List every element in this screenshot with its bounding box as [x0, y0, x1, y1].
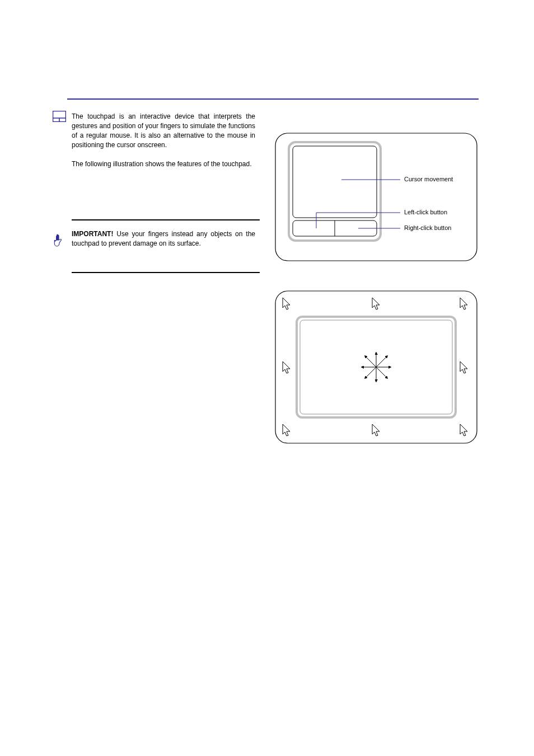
touchpad-small-icon — [53, 111, 66, 122]
svg-line-22 — [376, 367, 387, 378]
svg-line-20 — [376, 356, 387, 367]
important-text: IMPORTANT! Use your fingers instead any … — [72, 229, 255, 248]
svg-line-21 — [365, 367, 376, 378]
intro-text: The touchpad is an interactive device th… — [72, 112, 255, 169]
svg-rect-5 — [293, 146, 377, 218]
important-divider — [72, 272, 260, 273]
page: The touchpad is an interactive device th… — [0, 0, 534, 756]
figure-touchpad-directions — [274, 290, 478, 444]
label-right-click: Right-click button — [404, 224, 451, 231]
label-cursor-movement: Cursor movement — [404, 176, 453, 182]
header-divider — [67, 98, 479, 100]
label-left-click: Left-click button — [404, 209, 447, 215]
svg-line-19 — [365, 356, 376, 367]
figure-touchpad-labeled: Cursor movement Left-click button Right-… — [274, 132, 478, 262]
intro-divider — [72, 219, 260, 220]
hand-stop-icon — [51, 234, 64, 247]
important-label: IMPORTANT! — [72, 230, 113, 238]
